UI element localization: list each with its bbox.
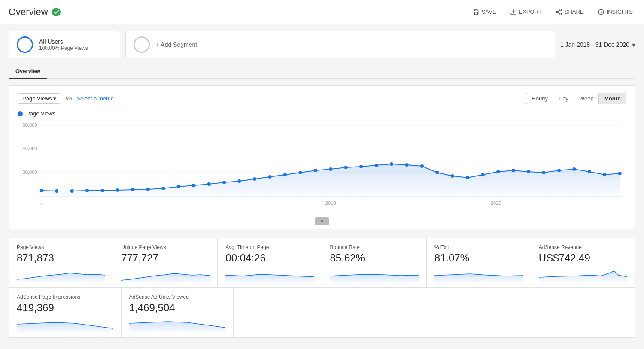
svg-point-40 bbox=[420, 164, 424, 168]
time-btn-day[interactable]: Day bbox=[553, 93, 574, 104]
svg-text:2020: 2020 bbox=[491, 200, 501, 206]
svg-point-34 bbox=[329, 167, 332, 171]
metric-card-adsense-revenue: AdSense Revenue US$742.49 bbox=[531, 238, 635, 288]
save-icon bbox=[473, 9, 480, 15]
sparkline-0 bbox=[17, 267, 105, 284]
legend-label: Page Views bbox=[26, 110, 55, 117]
add-segment-button[interactable]: + Add Segment bbox=[125, 31, 555, 58]
svg-point-19 bbox=[100, 189, 104, 192]
svg-point-48 bbox=[542, 171, 546, 174]
svg-point-46 bbox=[512, 169, 515, 172]
metric-value-3: 85.62% bbox=[330, 252, 419, 264]
metric-dropdown-label: Page Views bbox=[22, 95, 52, 102]
save-button[interactable]: SAVE bbox=[470, 7, 499, 17]
sparkline-1 bbox=[121, 267, 210, 284]
date-range-dropdown-button[interactable]: ▾ bbox=[632, 41, 635, 49]
metric-card-unique-views: Unique Page Views 777,727 bbox=[113, 238, 218, 288]
svg-point-29 bbox=[253, 177, 256, 181]
svg-point-38 bbox=[390, 162, 393, 166]
svg-point-47 bbox=[527, 170, 530, 173]
share-button[interactable]: SHARE bbox=[553, 7, 586, 17]
metric-value-1: 777,727 bbox=[121, 252, 210, 264]
svg-point-37 bbox=[375, 164, 378, 167]
svg-point-17 bbox=[70, 189, 74, 193]
metric-label-3: Bounce Rate bbox=[330, 244, 419, 250]
svg-point-27 bbox=[222, 181, 226, 184]
insights-button[interactable]: INSIGHTS bbox=[595, 7, 635, 17]
svg-text:60,000: 60,000 bbox=[23, 122, 37, 127]
svg-line-6 bbox=[558, 10, 560, 12]
svg-point-25 bbox=[192, 184, 195, 187]
svg-point-21 bbox=[131, 188, 134, 191]
vs-label: VS bbox=[65, 96, 72, 102]
chart-scroll-indicator[interactable]: ▾ bbox=[18, 215, 626, 229]
metric-label-0: Page Views bbox=[17, 244, 105, 250]
share-icon bbox=[556, 9, 562, 15]
sparkline-2 bbox=[225, 267, 314, 284]
line-chart: 60,000 40,000 20,000 bbox=[18, 121, 626, 215]
metric-label-1: Unique Page Views bbox=[121, 244, 210, 250]
svg-point-23 bbox=[161, 187, 165, 190]
svg-point-41 bbox=[435, 171, 439, 174]
segment-info: All Users 100.00% Page Views bbox=[39, 38, 88, 51]
svg-point-33 bbox=[314, 169, 317, 172]
svg-point-3 bbox=[556, 11, 558, 13]
export-icon bbox=[510, 9, 517, 15]
sparkline-5 bbox=[539, 267, 627, 284]
header-left: Overview bbox=[9, 6, 61, 18]
metric-label-6: AdSense Page Impressions bbox=[17, 294, 113, 300]
metric-dropdown[interactable]: Page Views ▾ bbox=[18, 93, 61, 104]
metric-card-avg-time: Avg. Time on Page 00:04:26 bbox=[218, 238, 322, 288]
sparkline-3 bbox=[330, 267, 419, 284]
header-actions: SAVE EXPORT SHARE INSIGHTS bbox=[470, 7, 635, 17]
metric-value-2: 00:04:26 bbox=[225, 252, 314, 264]
time-btn-month[interactable]: Month bbox=[598, 93, 626, 104]
svg-point-39 bbox=[405, 163, 408, 167]
svg-point-45 bbox=[496, 170, 500, 173]
tab-overview[interactable]: Overview bbox=[9, 64, 47, 79]
svg-point-32 bbox=[298, 171, 302, 174]
export-button[interactable]: EXPORT bbox=[507, 7, 544, 17]
metric-card-page-views: Page Views 871,873 bbox=[9, 238, 113, 288]
metric-cards-row2: AdSense Page Impressions 419,369 AdSense… bbox=[9, 288, 635, 338]
svg-point-49 bbox=[557, 169, 561, 172]
segment-indicator bbox=[17, 36, 33, 53]
svg-text:2019: 2019 bbox=[325, 200, 336, 206]
time-btn-hourly[interactable]: Hourly bbox=[526, 93, 553, 104]
svg-point-43 bbox=[466, 176, 469, 179]
metric-filler-1 bbox=[234, 288, 635, 337]
metric-value-5: US$742.49 bbox=[539, 252, 627, 264]
legend-dot bbox=[18, 111, 23, 116]
metric-card-bounce-rate: Bounce Rate 85.62% bbox=[322, 238, 427, 288]
dropdown-arrow-icon: ▾ bbox=[53, 95, 56, 102]
time-btn-week[interactable]: Week bbox=[574, 93, 598, 104]
svg-point-50 bbox=[572, 167, 576, 171]
svg-point-51 bbox=[588, 170, 591, 173]
main-content: All Users 100.00% Page Views + Add Segme… bbox=[0, 24, 644, 345]
metric-value-0: 871,873 bbox=[17, 252, 105, 264]
select-metric-link[interactable]: Select a metric bbox=[76, 95, 113, 102]
verified-icon bbox=[52, 7, 61, 17]
svg-point-4 bbox=[560, 13, 562, 15]
chart-legend: Page Views bbox=[18, 110, 626, 117]
scroll-thumb: ▾ bbox=[315, 217, 329, 225]
chart-section: Page Views ▾ VS Select a metric Hourly D… bbox=[9, 85, 635, 229]
svg-point-53 bbox=[618, 172, 622, 175]
metric-cards-row1: Page Views 871,873 Unique Page Views 777… bbox=[9, 238, 635, 288]
svg-point-2 bbox=[560, 9, 562, 11]
svg-point-31 bbox=[283, 173, 287, 176]
svg-point-30 bbox=[268, 175, 271, 179]
metric-card-exit: % Exit 81.07% bbox=[427, 238, 531, 288]
svg-point-24 bbox=[177, 185, 180, 188]
chart-controls-left: Page Views ▾ VS Select a metric bbox=[18, 93, 113, 104]
metric-label-4: % Exit bbox=[434, 244, 523, 250]
svg-point-26 bbox=[207, 182, 211, 186]
svg-point-22 bbox=[146, 188, 150, 191]
metric-label-2: Avg. Time on Page bbox=[225, 244, 314, 250]
page-title: Overview bbox=[9, 6, 48, 18]
svg-point-0 bbox=[52, 7, 61, 16]
date-range-text: 1 Jan 2018 - 31 Dec 2020 bbox=[560, 41, 629, 48]
svg-point-36 bbox=[359, 165, 363, 168]
time-buttons: Hourly Day Week Month bbox=[526, 93, 626, 104]
header: Overview SAVE EXPORT SHARE bbox=[0, 0, 644, 24]
